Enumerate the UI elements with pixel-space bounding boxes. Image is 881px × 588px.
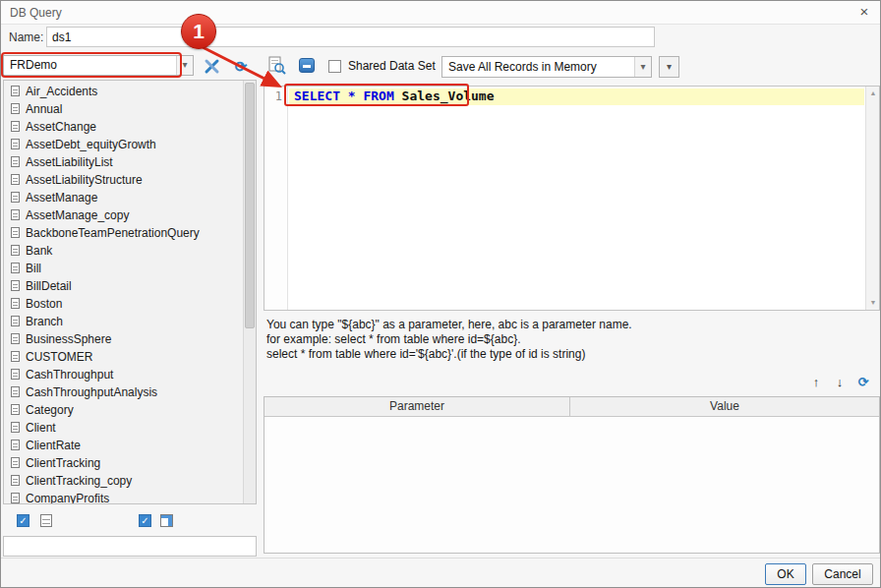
table-list-item[interactable]: CashThroughput <box>4 366 242 383</box>
table-icon <box>11 386 20 397</box>
show-views-checkbox[interactable]: ✓ <box>139 514 151 527</box>
footer-divider <box>1 558 881 559</box>
table-list-item[interactable]: CompanyProfits <box>4 490 242 504</box>
table-icon <box>11 156 20 167</box>
table-name: ClientTracking_copy <box>26 474 132 488</box>
refresh-parameters-button[interactable]: ⟳ <box>854 374 872 391</box>
query-helper-button[interactable] <box>297 56 319 77</box>
table-name: Client <box>26 421 56 435</box>
table-list-item[interactable]: CUSTOMER <box>4 348 242 366</box>
scroll-up-icon[interactable]: ▲ <box>866 87 880 100</box>
table-name: Air_Accidents <box>26 85 97 98</box>
table-name: Bank <box>26 244 52 258</box>
table-icon <box>11 475 20 486</box>
refresh-icon: ⟳ <box>235 58 248 75</box>
table-type-filters: ✓ ✓ <box>3 509 257 533</box>
chevron-down-icon[interactable]: ▾ <box>634 57 651 77</box>
refresh-connection-button[interactable]: ⟳ <box>230 56 252 76</box>
table-list-item[interactable]: BusinessSphere <box>4 330 242 348</box>
ok-button[interactable]: OK <box>765 563 806 585</box>
view-filter-icon <box>160 514 173 527</box>
table-list-scrollbar[interactable] <box>243 81 256 503</box>
table-name: AssetManage_copy <box>26 208 129 222</box>
table-name: AssetLiabilityStructure <box>26 173 143 187</box>
table-icon <box>11 121 20 132</box>
save-mode-dropdown-button[interactable]: ▾ <box>659 56 679 78</box>
table-list-item[interactable]: Category <box>4 401 242 419</box>
table-name: Boston <box>26 297 62 311</box>
help-line: You can type "${abc}" as a parameter, he… <box>266 318 632 332</box>
table-list-item[interactable]: AssetManage <box>4 189 242 206</box>
move-down-button[interactable]: ↓ <box>831 374 849 391</box>
table-name: Annual <box>26 102 62 116</box>
save-mode-select[interactable]: Save All Records in Memory ▾ <box>441 56 652 78</box>
table-icon <box>11 440 20 450</box>
preview-icon <box>267 65 287 79</box>
table-icon <box>11 333 20 344</box>
connection-select[interactable]: FRDemo ▾ <box>3 55 194 76</box>
preview-sql-button[interactable] <box>267 56 289 77</box>
table-name: ClientRate <box>26 439 81 452</box>
table-list-item[interactable]: ClientRate <box>4 437 242 454</box>
table-name: CompanyProfits <box>26 492 109 504</box>
table-list-item[interactable]: AssetLiabilityList <box>4 153 242 171</box>
table-name: CUSTOMER <box>26 350 92 364</box>
table-list-item[interactable]: AssetChange <box>4 118 242 136</box>
table-list-item[interactable]: Boston <box>4 295 242 313</box>
table-icon <box>11 457 20 468</box>
show-tables-checkbox[interactable]: ✓ <box>17 514 29 527</box>
help-line: for example: select * from table where i… <box>266 332 632 347</box>
table-list-item[interactable]: Branch <box>4 313 242 330</box>
table-filter-icon <box>40 514 52 527</box>
connection-settings-button[interactable] <box>202 56 223 76</box>
table-list-item[interactable]: Air_Accidents <box>4 83 242 100</box>
table-icon <box>11 139 20 149</box>
chevron-down-icon[interactable]: ▾ <box>176 56 193 75</box>
table-icon <box>11 404 20 415</box>
table-list-item[interactable]: Bill <box>4 260 242 277</box>
scrollbar-thumb[interactable] <box>245 83 255 328</box>
connection-info-box <box>3 536 257 557</box>
table-icon <box>11 263 20 273</box>
dialog-title: DB Query <box>10 1 62 25</box>
table-list-item[interactable]: BillDetail <box>4 277 242 295</box>
sql-statement[interactable]: SELECT * FROM Sales_Volume <box>294 88 495 105</box>
sql-editor[interactable]: 1 SELECT * FROM Sales_Volume ▲ ▼ <box>264 86 880 311</box>
table-name: Category <box>26 403 74 417</box>
dataset-name-input[interactable] <box>46 27 655 47</box>
table-list-item[interactable]: ClientTracking_copy <box>4 472 242 490</box>
table-list-item[interactable]: Client <box>4 419 242 437</box>
move-up-button[interactable]: ↑ <box>807 374 825 391</box>
close-icon[interactable]: × <box>854 1 874 25</box>
cancel-button[interactable]: Cancel <box>812 563 873 585</box>
table-icon <box>11 493 20 503</box>
blue-tool-icon <box>299 58 315 73</box>
table-list-item[interactable]: AssetLiabilityStructure <box>4 171 242 189</box>
table-icon <box>11 192 20 203</box>
editor-scrollbar[interactable]: ▲ ▼ <box>865 87 879 310</box>
table-name: BusinessSphere <box>26 332 111 346</box>
table-icon <box>11 227 20 238</box>
table-list-item[interactable]: AssetManage_copy <box>4 206 242 224</box>
line-number: 1 <box>275 89 282 103</box>
table-list-item[interactable]: ClientTracking <box>4 454 242 472</box>
table-list-item[interactable]: Bank <box>4 242 242 260</box>
table-name: AssetLiabilityList <box>26 155 113 169</box>
table-list-item[interactable]: CashThroughputAnalysis <box>4 383 242 401</box>
shared-data-set-checkbox[interactable] <box>328 60 341 73</box>
table-icon <box>11 209 20 220</box>
table-icon <box>11 103 20 114</box>
table-name: CashThroughputAnalysis <box>26 385 157 399</box>
sql-star: * <box>348 88 356 103</box>
table-icon <box>11 298 20 309</box>
table-name: BillDetail <box>26 279 72 293</box>
table-name: AssetDebt_equityGrowth <box>26 138 156 151</box>
parameter-table: Parameter Value <box>264 396 880 554</box>
table-icon <box>11 280 20 291</box>
parameter-column-header: Parameter <box>264 397 569 416</box>
table-list-item[interactable]: AssetDebt_equityGrowth <box>4 136 242 153</box>
table-list-item[interactable]: BackboneTeamPenetrationQuery <box>4 224 242 242</box>
table-name: Bill <box>26 262 41 275</box>
scroll-down-icon[interactable]: ▼ <box>866 296 880 310</box>
table-list-item[interactable]: Annual <box>4 100 242 118</box>
